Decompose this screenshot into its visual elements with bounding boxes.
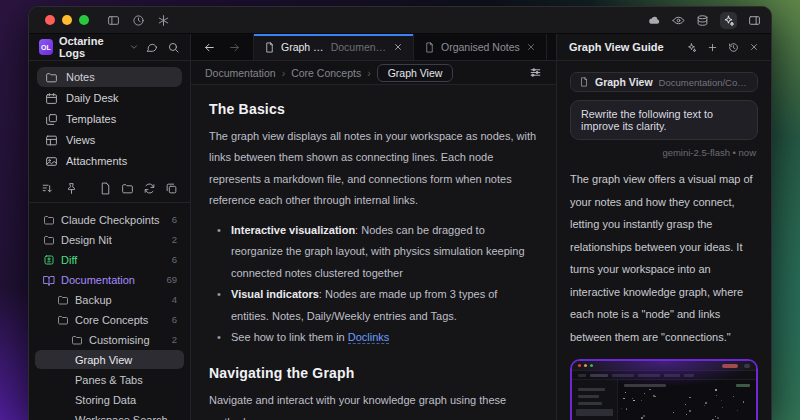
new-folder-icon[interactable] (121, 182, 134, 195)
tree-item-customising[interactable]: Customising 2 (35, 330, 184, 349)
stacked-panels-icon[interactable] (165, 182, 178, 195)
ai-sparkles-icon[interactable] (686, 42, 697, 53)
new-note-icon[interactable] (99, 182, 112, 195)
tab-organised-notes[interactable]: Organised Notes (414, 34, 547, 60)
chat-icon[interactable] (145, 41, 158, 54)
cloud-sync-icon[interactable] (648, 14, 661, 27)
zoom-window-button[interactable] (79, 15, 89, 25)
folder-icon (71, 334, 83, 346)
assistant-header: Graph View Guide (557, 34, 771, 61)
nav-label: Views (66, 134, 95, 146)
note-count: 69 (166, 274, 180, 285)
sidebar-item-attachments[interactable]: Attachments (37, 151, 182, 171)
assistant-response: The graph view offers a visual map of yo… (570, 168, 758, 348)
breadcrumb-part[interactable]: Core Concepts (291, 67, 361, 79)
assistant-panel: Graph View Guide Graph View Documentatio… (557, 34, 771, 420)
tab-bar: Graph View Documentation Organised Notes… (191, 34, 556, 61)
breadcrumb-part[interactable]: Documentation (205, 67, 276, 79)
note-count: 2 (172, 234, 180, 245)
tree-label: Storing Data (75, 394, 136, 406)
note-count: 4 (172, 294, 180, 305)
chip-path: Documentation/Core Concepts (659, 77, 749, 88)
nav-label: Notes (66, 71, 95, 83)
sort-icon[interactable] (41, 182, 54, 195)
pin-icon[interactable] (65, 182, 78, 195)
model-meta: gemini-2.5-flash • now (572, 147, 756, 158)
tree-label: Design Nit (61, 234, 112, 246)
paragraph: The graph view displays all notes in you… (209, 126, 538, 212)
minimize-window-button[interactable] (62, 15, 72, 25)
sync-icon[interactable] (143, 182, 156, 195)
document-icon (424, 42, 435, 53)
tree-item-panes-tabs[interactable]: Panes & Tabs (35, 370, 184, 389)
assistant-body: Graph View Documentation/Core Concepts R… (557, 61, 771, 420)
back-arrow-icon[interactable] (203, 41, 216, 54)
mini-sidebar (572, 380, 618, 420)
tree-item-claude-checkpoints[interactable]: Claude Checkpoints 6 (35, 210, 184, 229)
new-chat-icon[interactable] (707, 42, 718, 53)
close-window-button[interactable] (45, 15, 55, 25)
document-icon (264, 42, 275, 53)
tab-graph-view[interactable]: Graph View Documentation (254, 34, 414, 60)
ai-sparkles-icon[interactable] (720, 12, 737, 29)
sidebar-item-notes[interactable]: Notes (37, 67, 182, 87)
mini-tabstrip (572, 371, 756, 380)
sidebar: OL Octarine Logs Notes Daily (29, 34, 191, 420)
tab-title: Graph View (281, 41, 325, 53)
app-window: OL Octarine Logs Notes Daily (28, 6, 772, 420)
tree-item-storing-data[interactable]: Storing Data (35, 390, 184, 409)
window-titlebar (29, 7, 771, 34)
sidebar-item-views[interactable]: Views (37, 130, 182, 150)
close-tab-icon[interactable] (526, 42, 536, 52)
right-sidebar-toggle-icon[interactable] (748, 14, 761, 27)
sidebar-toolbar (29, 176, 190, 203)
breadcrumb-separator: › (367, 67, 371, 79)
tree-item-documentation[interactable]: Documentation 69 (35, 270, 184, 289)
section-heading: Navigating the Graph (209, 365, 538, 381)
note-content[interactable]: The Basics The graph view displays all n… (191, 85, 556, 420)
note-count: 6 (172, 254, 180, 265)
tree-item-workspace-search[interactable]: Workspace Search (35, 410, 184, 420)
video-embed[interactable] (570, 359, 758, 420)
paragraph: Navigate and interact with your knowledg… (209, 390, 538, 420)
breadcrumb: Documentation › Core Concepts › Graph Vi… (191, 61, 556, 85)
filter-sliders-icon[interactable] (529, 66, 542, 79)
tree-item-graph-view[interactable]: Graph View (35, 350, 184, 369)
left-sidebar-toggle-icon[interactable] (107, 14, 120, 27)
bullet-list: Interactive visualization: Nodes can be … (217, 220, 538, 349)
forward-arrow-icon[interactable] (228, 41, 241, 54)
doclinks-link[interactable]: Doclinks (348, 331, 390, 344)
document-icon (579, 77, 589, 87)
workspace-name: Octarine Logs (59, 35, 123, 59)
close-panel-icon[interactable] (749, 42, 759, 52)
close-tab-icon[interactable] (393, 42, 403, 52)
tree-item-backup[interactable]: Backup 4 (35, 290, 184, 309)
tree-item-diff[interactable]: Diff 6 (35, 250, 184, 269)
recent-clock-icon[interactable] (132, 14, 145, 27)
history-icon[interactable] (728, 42, 739, 53)
sidebar-item-templates[interactable]: Templates (37, 109, 182, 129)
search-icon[interactable] (167, 41, 180, 54)
folder-icon (57, 314, 69, 326)
database-icon[interactable] (696, 14, 709, 27)
desktop-wallpaper: OL Octarine Logs Notes Daily (0, 0, 800, 420)
tree-label: Documentation (61, 274, 135, 286)
tree-label: Customising (89, 334, 150, 346)
context-chip[interactable]: Graph View Documentation/Core Concepts (570, 72, 758, 92)
image-icon (45, 155, 58, 168)
sparkle-asterisk-icon[interactable] (157, 14, 170, 27)
note-count: 6 (172, 314, 180, 325)
nav-label: Daily Desk (66, 92, 119, 104)
tree-label: Workspace Search (75, 414, 168, 420)
sidebar-item-daily-desk[interactable]: Daily Desk (37, 88, 182, 108)
eye-appearance-icon[interactable] (672, 14, 685, 27)
graph-node-field (618, 380, 756, 420)
workspace-switcher[interactable]: OL Octarine Logs (29, 34, 190, 61)
section-heading: The Basics (209, 101, 538, 117)
tree-item-core-concepts[interactable]: Core Concepts 6 (35, 310, 184, 329)
folder-icon (45, 71, 58, 84)
mini-rec-pill (722, 364, 738, 368)
book-open-icon (43, 274, 55, 286)
note-title-field[interactable]: Graph View (377, 64, 454, 82)
tree-item-design-nit[interactable]: Design Nit 2 (35, 230, 184, 249)
